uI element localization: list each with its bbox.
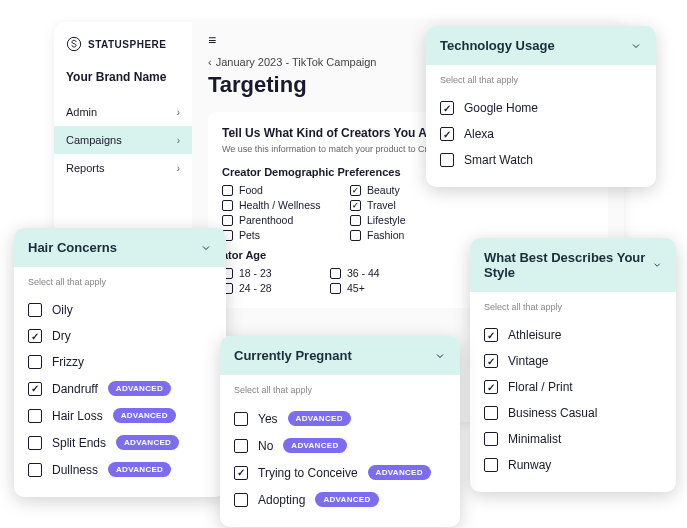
chevron-down-icon bbox=[630, 40, 642, 52]
panel-header[interactable]: Currently Pregnant bbox=[220, 336, 460, 375]
checkbox-icon bbox=[440, 101, 454, 115]
panel-option[interactable]: Athleisure bbox=[484, 322, 662, 348]
nav-label: Admin bbox=[66, 106, 97, 118]
option-label: Athleisure bbox=[508, 328, 561, 342]
option-label: Health / Wellness bbox=[239, 199, 321, 211]
sidebar-item-campaigns[interactable]: Campaigns› bbox=[54, 126, 192, 154]
checkbox-icon bbox=[484, 380, 498, 394]
option-label: Smart Watch bbox=[464, 153, 533, 167]
logo: STATUSPHERE bbox=[54, 36, 192, 70]
option-label: Runway bbox=[508, 458, 551, 472]
checkbox-icon bbox=[222, 200, 233, 211]
sidebar-item-reports[interactable]: Reports› bbox=[54, 154, 192, 182]
checkbox-option[interactable]: Health / Wellness bbox=[222, 199, 342, 211]
checkbox-option[interactable]: Food bbox=[222, 184, 342, 196]
option-label: Business Casual bbox=[508, 406, 597, 420]
panel-header[interactable]: Hair Concerns bbox=[14, 228, 226, 267]
panel-body: Select all that applyGoogle HomeAlexaSma… bbox=[426, 65, 656, 187]
panel-option[interactable]: Floral / Print bbox=[484, 374, 662, 400]
panel-option[interactable]: Dry bbox=[28, 323, 212, 349]
panel-option[interactable]: Hair LossADVANCED bbox=[28, 402, 212, 429]
option-label: Alexa bbox=[464, 127, 494, 141]
advanced-badge: ADVANCED bbox=[315, 492, 378, 507]
panel-option[interactable]: Trying to ConceiveADVANCED bbox=[234, 459, 446, 486]
chevron-right-icon: › bbox=[177, 107, 180, 118]
chevron-down-icon bbox=[652, 259, 662, 271]
panel-option[interactable]: AdoptingADVANCED bbox=[234, 486, 446, 513]
back-icon[interactable]: ‹ bbox=[208, 56, 212, 68]
option-label: Split Ends bbox=[52, 436, 106, 450]
nav-label: Reports bbox=[66, 162, 105, 174]
panel-header[interactable]: What Best Describes Your Style bbox=[470, 238, 676, 292]
chevron-right-icon: › bbox=[177, 135, 180, 146]
panel-option[interactable]: YesADVANCED bbox=[234, 405, 446, 432]
advanced-badge: ADVANCED bbox=[288, 411, 351, 426]
checkbox-icon bbox=[440, 153, 454, 167]
option-label: Dry bbox=[52, 329, 71, 343]
checkbox-option[interactable]: Lifestyle bbox=[350, 214, 470, 226]
checkbox-option[interactable]: 36 - 44 bbox=[330, 267, 430, 279]
chevron-down-icon bbox=[434, 350, 446, 362]
option-label: Google Home bbox=[464, 101, 538, 115]
panel-option[interactable]: Smart Watch bbox=[440, 147, 642, 173]
panel-option[interactable]: Minimalist bbox=[484, 426, 662, 452]
option-label: 24 - 28 bbox=[239, 282, 272, 294]
option-label: Parenthood bbox=[239, 214, 293, 226]
logo-icon bbox=[66, 36, 82, 52]
panel-option[interactable]: Vintage bbox=[484, 348, 662, 374]
checkbox-icon bbox=[28, 382, 42, 396]
panel-body: Select all that applyYesADVANCEDNoADVANC… bbox=[220, 375, 460, 527]
option-label: Yes bbox=[258, 412, 278, 426]
panel-hair-concerns: Hair ConcernsSelect all that applyOilyDr… bbox=[14, 228, 226, 497]
option-label: Hair Loss bbox=[52, 409, 103, 423]
checkbox-option[interactable]: Fashion bbox=[350, 229, 470, 241]
checkbox-icon bbox=[28, 329, 42, 343]
option-label: Oily bbox=[52, 303, 73, 317]
nav: Admin›Campaigns›Reports› bbox=[54, 98, 192, 182]
checkbox-icon bbox=[222, 185, 233, 196]
panel-option[interactable]: Runway bbox=[484, 452, 662, 478]
advanced-badge: ADVANCED bbox=[108, 381, 171, 396]
checkbox-option[interactable]: Parenthood bbox=[222, 214, 342, 226]
panel-body: Select all that applyAthleisureVintageFl… bbox=[470, 292, 676, 492]
panel-option[interactable]: DullnessADVANCED bbox=[28, 456, 212, 483]
panel-currently-pregnant: Currently PregnantSelect all that applyY… bbox=[220, 336, 460, 527]
checkbox-option[interactable]: 18 - 23 bbox=[222, 267, 322, 279]
option-label: 18 - 23 bbox=[239, 267, 272, 279]
checkbox-icon bbox=[28, 409, 42, 423]
option-label: 45+ bbox=[347, 282, 365, 294]
checkbox-option[interactable]: 24 - 28 bbox=[222, 282, 322, 294]
panel-option[interactable]: Business Casual bbox=[484, 400, 662, 426]
checkbox-option[interactable]: Travel bbox=[350, 199, 470, 211]
option-label: Travel bbox=[367, 199, 396, 211]
option-label: Pets bbox=[239, 229, 260, 241]
option-label: Trying to Conceive bbox=[258, 466, 358, 480]
panel-option[interactable]: Frizzy bbox=[28, 349, 212, 375]
panel-option[interactable]: NoADVANCED bbox=[234, 432, 446, 459]
panel-technology-usage: Technology UsageSelect all that applyGoo… bbox=[426, 26, 656, 187]
panel-option[interactable]: Alexa bbox=[440, 121, 642, 147]
breadcrumb-text: January 2023 - TikTok Campaign bbox=[216, 56, 377, 68]
checkbox-icon bbox=[234, 466, 248, 480]
option-label: Adopting bbox=[258, 493, 305, 507]
panel-header[interactable]: Technology Usage bbox=[426, 26, 656, 65]
checkbox-icon bbox=[350, 230, 361, 241]
option-label: 36 - 44 bbox=[347, 267, 380, 279]
sidebar-item-admin[interactable]: Admin› bbox=[54, 98, 192, 126]
panel-option[interactable]: Oily bbox=[28, 297, 212, 323]
checkbox-option[interactable]: Pets bbox=[222, 229, 342, 241]
option-label: Frizzy bbox=[52, 355, 84, 369]
panel-option[interactable]: DandruffADVANCED bbox=[28, 375, 212, 402]
logo-text: STATUSPHERE bbox=[88, 39, 166, 50]
checkbox-icon bbox=[484, 432, 498, 446]
checkbox-icon bbox=[484, 406, 498, 420]
checkbox-icon bbox=[330, 268, 341, 279]
checkbox-icon bbox=[330, 283, 341, 294]
checkbox-icon bbox=[234, 412, 248, 426]
panel-option[interactable]: Split EndsADVANCED bbox=[28, 429, 212, 456]
checkbox-icon bbox=[234, 439, 248, 453]
checkbox-icon bbox=[28, 463, 42, 477]
checkbox-option[interactable]: 45+ bbox=[330, 282, 430, 294]
panel-option[interactable]: Google Home bbox=[440, 95, 642, 121]
panel-title: Technology Usage bbox=[440, 38, 555, 53]
